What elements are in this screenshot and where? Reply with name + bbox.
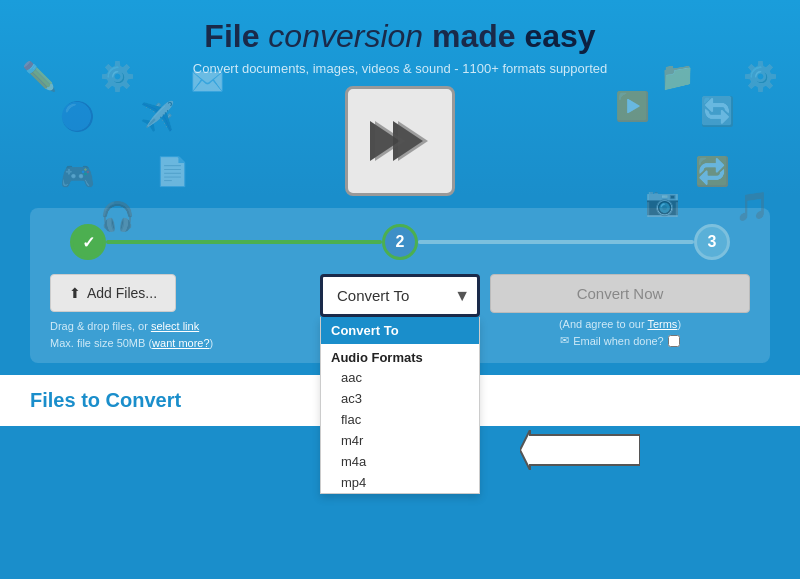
deco-refresh-icon: 🔄 <box>700 95 735 128</box>
dropdown-item-m4a[interactable]: m4a <box>321 451 479 472</box>
dropdown-item-ac3[interactable]: ac3 <box>321 388 479 409</box>
email-icon: ✉ <box>560 334 569 347</box>
add-files-col: ⬆ Add Files... Drag & drop files, or sel… <box>50 274 310 351</box>
files-title-highlight: Convert <box>106 389 182 411</box>
action-area: ✓ 2 3 ⬆ Add Files... Drag & drop files, … <box>30 208 770 363</box>
svg-marker-3 <box>398 121 428 161</box>
convert-note: (And agree to our Terms) <box>490 318 750 330</box>
step-line-2-3 <box>418 240 694 244</box>
convert-to-wrapper: Convert To aac ac3 flac m4r m4a mp4 ▼ <box>320 274 480 317</box>
steps-row: ✓ 2 3 <box>50 224 750 260</box>
logo-box <box>345 86 455 196</box>
add-files-label: Add Files... <box>87 285 157 301</box>
title-normal: File <box>204 18 268 54</box>
files-title-normal: Files to <box>30 389 106 411</box>
upload-icon: ⬆ <box>69 285 81 301</box>
email-row: ✉ Email when done? <box>490 334 750 347</box>
title-middle: made <box>423 18 524 54</box>
email-checkbox[interactable] <box>668 335 680 347</box>
actions-row: ⬆ Add Files... Drag & drop files, or sel… <box>50 274 750 351</box>
select-link[interactable]: select link <box>151 320 199 332</box>
hero-title: File conversion made easy <box>20 18 780 55</box>
step-2-circle: 2 <box>382 224 418 260</box>
deco-transfer-icon: 🔁 <box>695 155 730 188</box>
convert-to-col: Convert To aac ac3 flac m4r m4a mp4 ▼ Co… <box>320 274 480 317</box>
dropdown-item-mp4[interactable]: mp4 <box>321 472 479 493</box>
hero-subtitle: Convert documents, images, videos & soun… <box>20 61 780 76</box>
deco-doc-icon: 📄 <box>155 155 190 188</box>
convert-now-col: Convert Now (And agree to our Terms) ✉ E… <box>490 274 750 347</box>
dropdown-header: Convert To <box>321 317 479 344</box>
dropdown-panel: Convert To Audio Formats aac ac3 flac m4… <box>320 317 480 494</box>
add-files-button[interactable]: ⬆ Add Files... <box>50 274 176 312</box>
agree-text: (And agree to our <box>559 318 647 330</box>
file-note: Drag & drop files, or select link Max. f… <box>50 318 310 351</box>
dropdown-group-audio: Audio Formats <box>321 344 479 367</box>
deco-video-icon: ▶️ <box>615 90 650 123</box>
step-3-circle: 3 <box>694 224 730 260</box>
dropdown-item-m4r[interactable]: m4r <box>321 430 479 451</box>
logo-arrows-svg <box>365 111 435 171</box>
title-highlight2: easy <box>524 18 595 54</box>
hero-section: ✏️ 🔵 ⚙️ ✈️ ✉️ 🎮 🎧 📄 ⚙️ 🔄 📁 ▶️ 🔁 📷 🎵 File… <box>0 0 800 196</box>
max-end: ) <box>210 337 214 349</box>
svg-marker-4 <box>520 430 640 470</box>
max-text: Max. file size 50MB ( <box>50 337 152 349</box>
convert-to-select[interactable]: Convert To aac ac3 flac m4r m4a mp4 <box>320 274 480 317</box>
agree-end: ) <box>677 318 681 330</box>
want-more-link[interactable]: want more? <box>152 337 209 349</box>
step-line-1-2 <box>106 240 382 244</box>
convert-now-button[interactable]: Convert Now <box>490 274 750 313</box>
arrow-svg <box>520 430 640 470</box>
arrow-decoration <box>520 430 640 474</box>
step-1-circle: ✓ <box>70 224 106 260</box>
email-label: Email when done? <box>573 335 664 347</box>
dropdown-item-flac[interactable]: flac <box>321 409 479 430</box>
title-highlight1: conversion <box>268 18 423 54</box>
terms-link[interactable]: Terms <box>647 318 677 330</box>
dropdown-item-aac[interactable]: aac <box>321 367 479 388</box>
drag-text: Drag & drop files, or <box>50 320 151 332</box>
deco-circle-icon: 🔵 <box>60 100 95 133</box>
deco-game-icon: 🎮 <box>60 160 95 193</box>
logo-area <box>345 86 455 196</box>
deco-plane-icon: ✈️ <box>140 100 175 133</box>
